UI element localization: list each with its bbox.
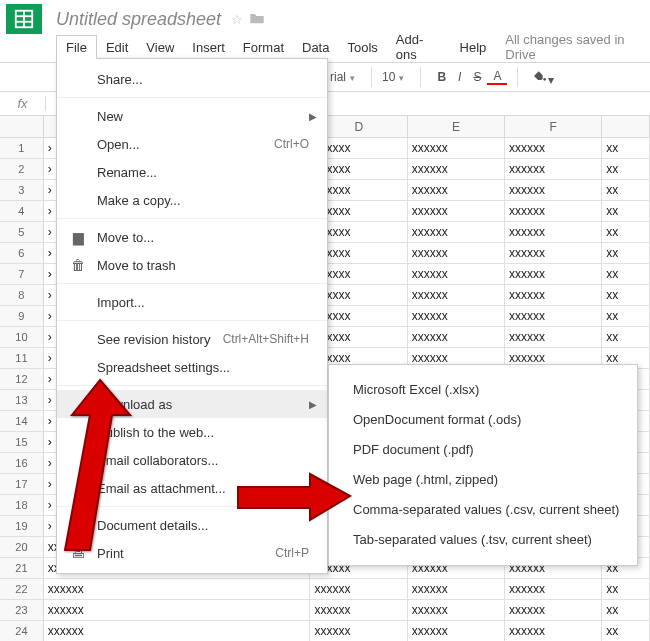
download-ods[interactable]: OpenDocument format (.ods) — [329, 405, 637, 435]
menu-file[interactable]: File — [56, 35, 97, 59]
cell[interactable]: xxxxxx — [505, 180, 602, 200]
menu-move-trash[interactable]: 🗑Move to trash — [57, 251, 327, 279]
cell[interactable]: xxxxxx — [505, 306, 602, 326]
menu-format[interactable]: Format — [234, 36, 293, 59]
menu-revision-history[interactable]: See revision historyCtrl+Alt+Shift+H — [57, 325, 327, 353]
row-header[interactable]: 6 — [0, 243, 44, 263]
row-header[interactable]: 10 — [0, 327, 44, 347]
cell[interactable]: xx — [602, 621, 650, 641]
menu-addons[interactable]: Add-ons — [387, 28, 451, 66]
cell[interactable]: xxxxxx — [505, 285, 602, 305]
cell[interactable]: xxxxxx — [505, 243, 602, 263]
cell[interactable]: xx — [602, 327, 650, 347]
row-header[interactable]: 16 — [0, 453, 44, 473]
row-header[interactable]: 5 — [0, 222, 44, 242]
cell[interactable]: xxxxxx — [408, 306, 505, 326]
menu-spreadsheet-settings[interactable]: Spreadsheet settings... — [57, 353, 327, 381]
cell[interactable]: xx — [602, 201, 650, 221]
menu-view[interactable]: View — [137, 36, 183, 59]
font-size[interactable]: 10 — [382, 70, 404, 84]
row-header[interactable]: 22 — [0, 579, 44, 599]
download-tsv[interactable]: Tab-separated values (.tsv, current shee… — [329, 525, 637, 555]
sheets-app-icon[interactable] — [6, 4, 42, 34]
download-xlsx[interactable]: Microsoft Excel (.xlsx) — [329, 375, 637, 405]
row-header[interactable]: 7 — [0, 264, 44, 284]
menu-tools[interactable]: Tools — [338, 36, 386, 59]
row-header[interactable]: 11 — [0, 348, 44, 368]
row-header[interactable]: 18 — [0, 495, 44, 515]
menu-insert[interactable]: Insert — [183, 36, 234, 59]
row-header[interactable]: 20 — [0, 537, 44, 557]
menu-publish-web[interactable]: Publish to the web... — [57, 418, 327, 446]
folder-icon[interactable] — [249, 11, 265, 28]
row-header[interactable]: 17 — [0, 474, 44, 494]
text-color-button[interactable]: A — [487, 69, 507, 85]
menu-help[interactable]: Help — [451, 36, 496, 59]
menu-open[interactable]: Open...Ctrl+O — [57, 130, 327, 158]
cell[interactable]: xx — [602, 159, 650, 179]
cell[interactable]: xxxxxx — [44, 600, 311, 620]
menu-import[interactable]: Import... — [57, 288, 327, 316]
cell[interactable]: xx — [602, 285, 650, 305]
menu-email-collaborators[interactable]: Email collaborators... — [57, 446, 327, 474]
cell[interactable]: xx — [602, 579, 650, 599]
cell[interactable]: xx — [602, 180, 650, 200]
doc-title[interactable]: Untitled spreadsheet — [56, 9, 221, 30]
row-header[interactable]: 3 — [0, 180, 44, 200]
cell[interactable]: xxxxxx — [505, 138, 602, 158]
row-header[interactable]: 1 — [0, 138, 44, 158]
cell[interactable]: xx — [602, 600, 650, 620]
strike-button[interactable]: S — [467, 70, 487, 84]
menu-move-to[interactable]: ▆Move to... — [57, 223, 327, 251]
menu-edit[interactable]: Edit — [97, 36, 137, 59]
cell[interactable]: xxxxxx — [505, 600, 602, 620]
cell[interactable]: xxxxxx — [408, 201, 505, 221]
star-icon[interactable]: ☆ — [231, 12, 243, 27]
select-all-corner[interactable] — [0, 116, 44, 137]
cell[interactable]: xx — [602, 222, 650, 242]
menu-download-as[interactable]: Download as▶ — [57, 390, 327, 418]
menu-make-copy[interactable]: Make a copy... — [57, 186, 327, 214]
cell[interactable]: xxxxxx — [408, 243, 505, 263]
row-header[interactable]: 9 — [0, 306, 44, 326]
cell[interactable]: xxxxxx — [310, 579, 407, 599]
cell[interactable]: xxxxxx — [505, 264, 602, 284]
download-html[interactable]: Web page (.html, zipped) — [329, 465, 637, 495]
row-header[interactable]: 15 — [0, 432, 44, 452]
cell[interactable]: xxxxxx — [505, 222, 602, 242]
menu-data[interactable]: Data — [293, 36, 338, 59]
row-header[interactable]: 4 — [0, 201, 44, 221]
download-pdf[interactable]: PDF document (.pdf) — [329, 435, 637, 465]
row-header[interactable]: 2 — [0, 159, 44, 179]
cell[interactable]: xxxxxx — [310, 621, 407, 641]
cell[interactable]: xxxxxx — [505, 201, 602, 221]
cell[interactable]: xxxxxx — [44, 579, 311, 599]
download-csv[interactable]: Comma-separated values (.csv, current sh… — [329, 495, 637, 525]
col-header[interactable] — [602, 116, 650, 137]
menu-document-details[interactable]: Document details... — [57, 511, 327, 539]
row-header[interactable]: 14 — [0, 411, 44, 431]
cell[interactable]: xxxxxx — [408, 285, 505, 305]
cell[interactable]: xxxxxx — [505, 621, 602, 641]
cell[interactable]: xxxxxx — [408, 327, 505, 347]
menu-rename[interactable]: Rename... — [57, 158, 327, 186]
italic-button[interactable]: I — [452, 70, 467, 84]
row-header[interactable]: 24 — [0, 621, 44, 641]
cell[interactable]: xxxxxx — [310, 600, 407, 620]
cell[interactable]: xxxxxx — [505, 327, 602, 347]
row-header[interactable]: 13 — [0, 390, 44, 410]
cell[interactable]: xx — [602, 264, 650, 284]
menu-email-attachment[interactable]: Email as attachment... — [57, 474, 327, 502]
cell[interactable]: xxxxxx — [408, 579, 505, 599]
row-header[interactable]: 23 — [0, 600, 44, 620]
menu-new[interactable]: New▶ — [57, 102, 327, 130]
row-header[interactable]: 8 — [0, 285, 44, 305]
row-header[interactable]: 12 — [0, 369, 44, 389]
cell[interactable]: xxxxxx — [408, 264, 505, 284]
row-header[interactable]: 19 — [0, 516, 44, 536]
cell[interactable]: xxxxxx — [408, 621, 505, 641]
menu-share[interactable]: Share... — [57, 65, 327, 93]
cell[interactable]: xxxxxx — [408, 138, 505, 158]
row-header[interactable]: 21 — [0, 558, 44, 578]
cell[interactable]: xx — [602, 306, 650, 326]
